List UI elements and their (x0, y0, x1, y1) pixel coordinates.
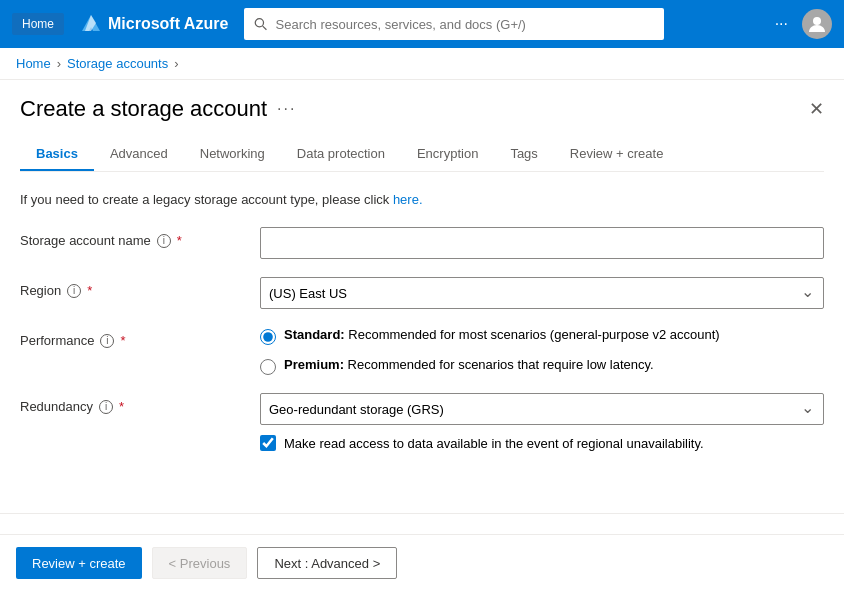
svg-line-1 (263, 26, 267, 30)
redundancy-select-wrapper: Geo-redundant storage (GRS) Locally-redu… (260, 393, 824, 425)
performance-standard-option[interactable]: Standard: Recommended for most scenarios… (260, 327, 824, 345)
svg-point-2 (813, 17, 821, 25)
tab-encryption[interactable]: Encryption (401, 138, 494, 171)
top-bar: Home Microsoft Azure ··· (0, 0, 844, 48)
region-select-wrapper: (US) East US (US) West US (US) West US 2… (260, 277, 824, 309)
performance-radio-group: Standard: Recommended for most scenarios… (260, 327, 824, 375)
brand-name: Microsoft Azure (108, 15, 228, 33)
svg-point-0 (256, 19, 264, 27)
performance-premium-label: Premium: Recommended for scenarios that … (284, 357, 654, 372)
storage-account-name-label: Storage account name i * (20, 227, 260, 248)
tabs-container: Basics Advanced Networking Data protecti… (20, 138, 824, 172)
storage-account-name-info-icon[interactable]: i (157, 234, 171, 248)
redundancy-checkbox-row: Make read access to data available in th… (260, 435, 824, 451)
next-advanced-button[interactable]: Next : Advanced > (257, 547, 397, 579)
region-info-icon[interactable]: i (67, 284, 81, 298)
storage-account-name-input[interactable] (260, 227, 824, 259)
tab-tags[interactable]: Tags (494, 138, 553, 171)
info-text: If you need to create a legacy storage a… (20, 192, 824, 207)
page-title-row: Create a storage account ··· (20, 96, 296, 122)
performance-standard-label: Standard: Recommended for most scenarios… (284, 327, 720, 342)
breadcrumb: Home › Storage accounts › (0, 48, 844, 80)
previous-button: < Previous (152, 547, 248, 579)
performance-label: Performance i * (20, 327, 260, 348)
region-row: Region i * (US) East US (US) West US (US… (20, 277, 824, 309)
region-required: * (87, 283, 92, 298)
tab-review-create[interactable]: Review + create (554, 138, 680, 171)
redundancy-checkbox-label: Make read access to data available in th… (284, 436, 704, 451)
bottom-divider (0, 513, 844, 514)
breadcrumb-sep-2: › (174, 56, 178, 71)
main-content: Create a storage account ··· ✕ Basics Ad… (0, 80, 844, 501)
tab-data-protection[interactable]: Data protection (281, 138, 401, 171)
region-label: Region i * (20, 277, 260, 298)
region-label-text: Region (20, 283, 61, 298)
performance-control: Standard: Recommended for most scenarios… (260, 327, 824, 375)
storage-account-name-row: Storage account name i * (20, 227, 824, 259)
more-options-icon[interactable]: ··· (277, 100, 296, 118)
info-link[interactable]: here. (393, 192, 423, 207)
performance-standard-radio[interactable] (260, 329, 276, 345)
settings-icon[interactable]: ··· (775, 15, 788, 33)
storage-account-name-control (260, 227, 824, 259)
close-button[interactable]: ✕ (809, 98, 824, 120)
region-select[interactable]: (US) East US (US) West US (US) West US 2… (260, 277, 824, 309)
search-icon (254, 17, 267, 31)
tab-networking[interactable]: Networking (184, 138, 281, 171)
breadcrumb-sep-1: › (57, 56, 61, 71)
redundancy-required: * (119, 399, 124, 414)
redundancy-row: Redundancy i * Geo-redundant storage (GR… (20, 393, 824, 451)
azure-logo: Microsoft Azure (80, 13, 228, 35)
region-control: (US) East US (US) West US (US) West US 2… (260, 277, 824, 309)
performance-label-text: Performance (20, 333, 94, 348)
redundancy-control: Geo-redundant storage (GRS) Locally-redu… (260, 393, 824, 451)
performance-required: * (120, 333, 125, 348)
performance-info-icon[interactable]: i (100, 334, 114, 348)
azure-icon (80, 13, 102, 35)
top-bar-right: ··· (775, 9, 832, 39)
user-icon (808, 15, 826, 33)
review-create-button[interactable]: Review + create (16, 547, 142, 579)
performance-premium-option[interactable]: Premium: Recommended for scenarios that … (260, 357, 824, 375)
breadcrumb-home[interactable]: Home (16, 56, 51, 71)
redundancy-checkbox[interactable] (260, 435, 276, 451)
form-section: If you need to create a legacy storage a… (20, 192, 824, 485)
redundancy-label-text: Redundancy (20, 399, 93, 414)
search-bar[interactable] (244, 8, 664, 40)
tab-basics[interactable]: Basics (20, 138, 94, 171)
redundancy-label: Redundancy i * (20, 393, 260, 414)
performance-premium-radio[interactable] (260, 359, 276, 375)
avatar[interactable] (802, 9, 832, 39)
tab-advanced[interactable]: Advanced (94, 138, 184, 171)
page-title: Create a storage account (20, 96, 267, 122)
redundancy-select[interactable]: Geo-redundant storage (GRS) Locally-redu… (260, 393, 824, 425)
info-text-content: If you need to create a legacy storage a… (20, 192, 393, 207)
page-header: Create a storage account ··· ✕ (20, 96, 824, 122)
storage-account-name-required: * (177, 233, 182, 248)
redundancy-info-icon[interactable]: i (99, 400, 113, 414)
search-input[interactable] (276, 17, 655, 32)
performance-row: Performance i * Standard: Recommended fo… (20, 327, 824, 375)
bottom-bar: Review + create < Previous Next : Advanc… (0, 534, 844, 591)
breadcrumb-storage-accounts[interactable]: Storage accounts (67, 56, 168, 71)
home-tab[interactable]: Home (12, 13, 64, 35)
storage-account-name-label-text: Storage account name (20, 233, 151, 248)
